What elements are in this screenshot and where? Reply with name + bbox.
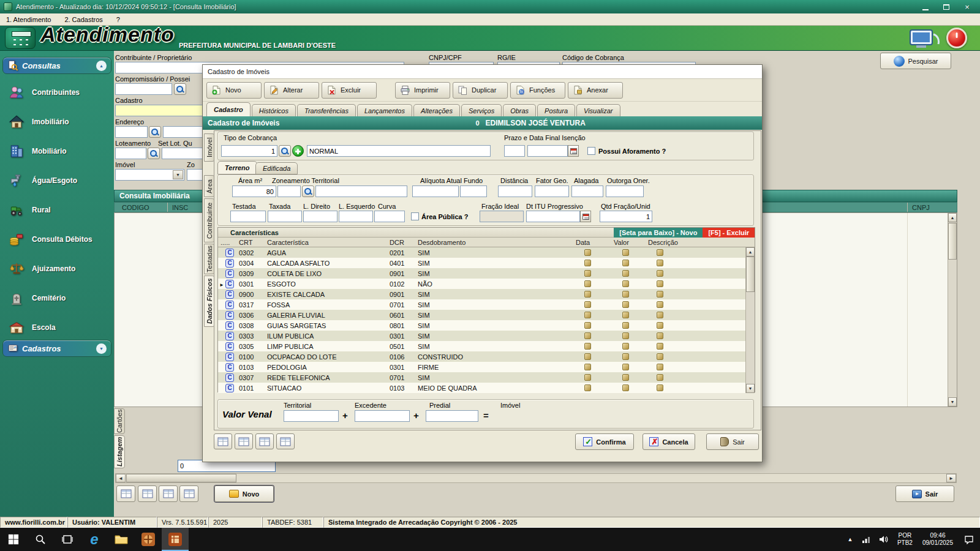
consulta-vertical-scrollbar[interactable]: ▲ ▼ — [948, 213, 957, 407]
caracteristica-row[interactable]: C 0307 REDE TELEFONICA 0701 SIM — [218, 372, 755, 383]
tab-servicos[interactable]: Serviços — [461, 104, 502, 116]
descricao-stamp-icon[interactable] — [657, 270, 663, 277]
valor-stamp-icon[interactable] — [622, 364, 629, 370]
excedente-input[interactable] — [355, 410, 410, 422]
grid-tool-4-button[interactable] — [276, 433, 295, 449]
fundo-input[interactable] — [460, 186, 487, 197]
prazo-input[interactable] — [504, 145, 525, 157]
data-final-isencao-input[interactable] — [527, 145, 568, 157]
expand-icon[interactable]: ▼ — [96, 343, 107, 354]
territorial-input[interactable] — [284, 410, 339, 422]
novo-button[interactable]: Novo — [206, 82, 262, 99]
valor-stamp-icon[interactable] — [622, 374, 629, 381]
sidebar-item-contribuintes[interactable]: Contribuintes — [7, 80, 111, 105]
collapse-icon[interactable]: ▲ — [96, 61, 107, 71]
aforamento-checkbox[interactable] — [587, 147, 595, 155]
sidebar-item-imobiliario[interactable]: Imobiliário — [7, 110, 111, 134]
alterar-button[interactable]: Alterar — [264, 82, 319, 99]
volume-tray-icon[interactable] — [875, 528, 892, 551]
power-exit-button[interactable] — [946, 28, 967, 48]
scroll-up-icon[interactable]: ▲ — [746, 247, 755, 257]
sidebar-item-cemiterio[interactable]: Cemitério — [7, 286, 111, 310]
data-stamp-icon[interactable] — [584, 249, 591, 256]
data-stamp-icon[interactable] — [584, 374, 591, 381]
data-stamp-icon[interactable] — [584, 364, 591, 370]
tab-historicos[interactable]: Históricos — [252, 104, 296, 116]
data-stamp-icon[interactable] — [584, 280, 591, 287]
descricao-stamp-icon[interactable] — [657, 312, 663, 318]
imprimir-button[interactable]: Imprimir — [395, 82, 450, 99]
excluir-button[interactable]: Excluir — [322, 82, 377, 99]
grid-tool-3-button[interactable] — [255, 433, 274, 449]
zoneamento-nome-input[interactable] — [315, 186, 407, 197]
nav-next-button[interactable] — [159, 485, 178, 502]
loteamento-search-button[interactable] — [148, 148, 160, 159]
scroll-right-icon[interactable]: ► — [946, 474, 956, 482]
caracteristica-row[interactable]: C 0101 SITUACAO 0103 MEIO DE QUADRA — [218, 383, 755, 393]
dialog-sair-button[interactable]: Sair — [706, 433, 759, 450]
caracteristica-row[interactable]: C 0308 GUIAS SARGETAS 0801 SIM — [218, 320, 755, 331]
caracteristica-row[interactable]: C 0100 OCUPACAO DO LOTE 0106 CONSTRUIDO — [218, 351, 755, 362]
caracteristica-row[interactable]: C 0900 EXISTE CALCADA 0901 SIM — [218, 289, 755, 299]
tab-cadastro[interactable]: Cadastro — [206, 102, 251, 116]
fator-geo-input[interactable] — [535, 186, 569, 197]
caracteristica-row[interactable]: C 0317 FOSSA 0701 SIM — [218, 299, 755, 310]
loteamento-input[interactable] — [115, 148, 146, 159]
tipo-cobranca-codigo-input[interactable] — [221, 145, 277, 157]
tab-listagem[interactable]: Listagem — [114, 435, 125, 468]
valor-stamp-icon[interactable] — [622, 260, 629, 266]
subtab-terreno[interactable]: Terreno — [217, 161, 257, 174]
pesquisar-button[interactable]: Pesquisar — [880, 53, 951, 69]
tab-alteracoes[interactable]: Alterações — [413, 104, 460, 116]
app-window-1-button[interactable] — [135, 528, 162, 551]
valor-stamp-icon[interactable] — [622, 301, 629, 308]
sidebar-section-cadastros[interactable]: Cadastros ▼ — [2, 340, 111, 357]
action-center-button[interactable] — [958, 528, 980, 551]
descricao-stamp-icon[interactable] — [657, 332, 663, 339]
novo-button[interactable]: Novo — [214, 485, 274, 502]
valor-stamp-icon[interactable] — [622, 270, 629, 277]
endereco-search-button[interactable] — [149, 126, 161, 138]
scroll-up-icon[interactable]: ▲ — [948, 213, 957, 222]
caracteristicas-scrollbar[interactable]: ▲ ▼ — [745, 247, 755, 393]
tab-cartoes[interactable]: Cartões — [114, 408, 125, 434]
valor-stamp-icon[interactable] — [622, 332, 629, 339]
caracteristica-row[interactable]: C 0302 AGUA 0201 SIM — [218, 247, 755, 258]
tipo-cobranca-search-button[interactable] — [279, 145, 291, 157]
file-explorer-button[interactable] — [108, 528, 135, 551]
zoneamento-codigo-input[interactable] — [277, 186, 301, 197]
distancia-input[interactable] — [498, 186, 532, 197]
caracteristica-row[interactable]: C 0304 CALCADA ASFALTO 0401 SIM — [218, 258, 755, 268]
scroll-left-icon[interactable]: ◄ — [116, 474, 126, 482]
data-stamp-icon[interactable] — [584, 291, 591, 298]
data-stamp-icon[interactable] — [584, 312, 591, 318]
sidebar-item-rural[interactable]: Rural — [7, 198, 111, 222]
caracteristica-row[interactable]: C 0303 ILUM PUBLICA 0301 SIM — [218, 331, 755, 341]
tray-expand-button[interactable]: ▲ — [842, 528, 858, 551]
compromissario-input[interactable] — [115, 83, 172, 95]
data-stamp-icon[interactable] — [584, 260, 591, 266]
imovel-select[interactable] — [115, 169, 184, 181]
fracao-ideal-input[interactable] — [480, 211, 524, 222]
sidebar-item-consulta-debitos[interactable]: Consulta Débitos — [7, 227, 111, 252]
tab-visualizar[interactable]: Visualizar — [576, 104, 620, 116]
aliquota-atual-input[interactable] — [412, 186, 459, 197]
sidebar-item-escola[interactable]: Escola — [7, 315, 111, 340]
valor-stamp-icon[interactable] — [622, 384, 629, 391]
scroll-thumb[interactable] — [746, 257, 755, 292]
caracteristica-row[interactable]: C 0309 COLETA DE LIXO 0901 SIM — [218, 268, 755, 279]
nav-prev-button[interactable] — [138, 485, 157, 502]
grid-tool-1-button[interactable] — [214, 433, 232, 449]
compromissario-search-button[interactable] — [174, 83, 186, 95]
start-button[interactable] — [0, 528, 27, 551]
curva-input[interactable] — [374, 211, 405, 222]
endereco-codigo-input[interactable] — [115, 126, 148, 138]
l-esquerdo-input[interactable] — [339, 211, 373, 222]
minimize-button[interactable] — [916, 1, 935, 12]
data-stamp-icon[interactable] — [584, 270, 591, 277]
maximize-button[interactable] — [937, 1, 956, 12]
area-m2-input[interactable] — [232, 186, 276, 197]
qtd-fracao-input[interactable] — [600, 211, 652, 222]
close-button[interactable]: × — [958, 1, 976, 12]
duplicar-button[interactable]: Duplicar — [453, 82, 508, 99]
